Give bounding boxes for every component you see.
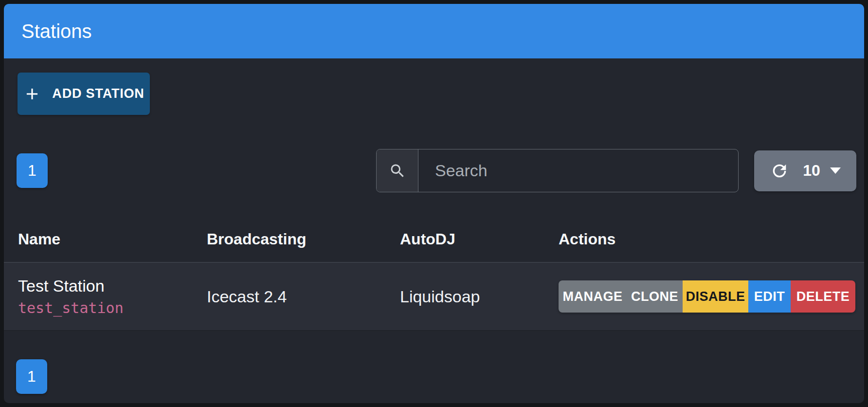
search-icon <box>389 162 406 180</box>
table-header-row: Name Broadcasting AutoDJ Actions <box>4 217 864 262</box>
station-autodj-cell: Liquidsoap <box>400 287 559 306</box>
table-row: Test Station test_station Icecast 2.4 Li… <box>4 262 864 331</box>
per-page-value: 10 <box>803 162 820 180</box>
clone-button[interactable]: CLONE <box>627 280 683 313</box>
disable-button[interactable]: DISABLE <box>683 280 748 313</box>
search-group <box>376 149 739 192</box>
station-name-cell: Test Station test_station <box>18 277 207 316</box>
actions-button-group: MANAGE CLONE DISABLE EDIT DELETE <box>559 280 855 313</box>
station-short-name: test_station <box>18 299 207 316</box>
stations-table: Name Broadcasting AutoDJ Actions Test St… <box>4 217 864 331</box>
plus-icon <box>23 85 41 103</box>
station-actions-cell: MANAGE CLONE DISABLE EDIT DELETE <box>559 280 864 313</box>
station-broadcasting-cell: Icecast 2.4 <box>207 287 400 306</box>
search-input[interactable] <box>418 149 738 192</box>
page-title: Stations <box>21 20 92 42</box>
caret-down-icon <box>830 167 841 174</box>
add-station-button[interactable]: ADD STATION <box>18 73 150 115</box>
search-icon-box <box>377 149 418 192</box>
manage-button[interactable]: MANAGE <box>559 280 627 313</box>
card-header: Stations <box>4 4 864 58</box>
column-header-autodj: AutoDJ <box>400 230 559 248</box>
edit-button[interactable]: EDIT <box>748 280 791 313</box>
column-header-broadcasting: Broadcasting <box>207 230 400 248</box>
stations-card: Stations ADD STATION 1 10 <box>4 4 864 403</box>
delete-button[interactable]: DELETE <box>791 280 855 313</box>
add-station-label: ADD STATION <box>52 86 144 101</box>
pagination-page-button-bottom[interactable]: 1 <box>16 359 47 394</box>
column-header-name: Name <box>18 230 207 248</box>
per-page-dropdown[interactable]: 10 <box>796 150 852 191</box>
refresh-icon <box>770 161 789 181</box>
page-frame: Stations ADD STATION 1 10 <box>0 0 868 407</box>
toolbar: 1 10 <box>4 149 864 192</box>
refresh-button[interactable] <box>758 150 796 191</box>
add-station-row: ADD STATION <box>4 58 864 115</box>
per-page-group: 10 <box>754 150 856 191</box>
footer-pagination: 1 <box>4 359 864 394</box>
station-name: Test Station <box>18 277 207 296</box>
pagination-page-button-top[interactable]: 1 <box>17 153 48 188</box>
column-header-actions: Actions <box>559 230 864 248</box>
